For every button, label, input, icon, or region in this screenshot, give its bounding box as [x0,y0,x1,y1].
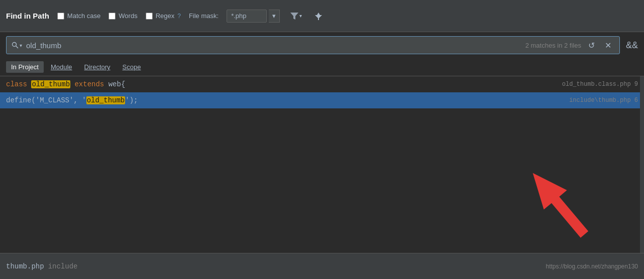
match-highlight-1: old_thumb [31,80,70,88]
search-box: ▾ 2 matches in 2 files ↺ ✕ [6,36,620,54]
match-case-checkbox-group[interactable]: Match case [57,12,100,20]
tab-directory[interactable]: Directory [79,61,116,73]
file-mask-label: File mask: [189,12,219,20]
result-suffix-2: '); [125,96,138,104]
svg-line-2 [16,46,19,49]
match-case-label: Match case [67,12,100,20]
bottom-filename: thumb.php [6,262,44,270]
svg-marker-0 [290,13,298,20]
tab-module[interactable]: Module [46,61,77,73]
and-replace-button[interactable]: && [626,40,638,51]
words-checkbox[interactable] [109,13,116,20]
search-type-button[interactable]: ▾ [12,42,22,49]
matches-count: 2 matches in 2 files [525,42,581,49]
bottom-bar: thumb.php include https://blog.csdn.net/… [0,253,644,279]
bottom-url: https://blog.csdn.net/zhangpen130 [546,263,638,270]
find-in-path-title: Find in Path [6,12,49,20]
results-container: class old_thumb extends web{ old_thumb.c… [0,76,644,279]
file-mask-container: ▾ [227,10,280,23]
result-prefix-2: define('M_CLASS', ' [6,96,86,104]
svg-marker-3 [521,163,596,244]
result-filename-2: include\thumb.php 6 [569,97,638,104]
pin-button[interactable] [312,10,325,23]
regex-checkbox-group[interactable]: Regex ? [146,12,181,20]
regex-label: Regex [156,12,175,20]
result-text-2: define('M_CLASS', 'old_thumb'); [6,96,569,104]
close-search-button[interactable]: ✕ [602,40,614,51]
match-case-checkbox[interactable] [57,13,64,20]
match-highlight-2: old_thumb [86,96,126,104]
filter-dropdown-arrow: ▾ [299,13,302,19]
scrollbar[interactable] [640,76,644,279]
refresh-button[interactable]: ↺ [585,40,598,51]
result-text-1: class old_thumb extends web{ [6,80,562,88]
table-row[interactable]: define('M_CLASS', 'old_thumb'); include\… [0,92,644,108]
table-row[interactable]: class old_thumb extends web{ old_thumb.c… [0,76,644,92]
filter-button[interactable]: ▾ [288,10,304,23]
scope-tabs: In Project Module Directory Scope [0,58,644,76]
tab-in-project[interactable]: In Project [6,61,44,73]
keyword-class: class [6,80,31,88]
keyword-extends: extends [70,80,109,88]
result-suffix-1: web{ [109,80,126,88]
words-label: Words [119,12,137,20]
regex-checkbox[interactable] [146,13,153,20]
toolbar: Find in Path Match case Words Regex ? Fi… [0,0,644,32]
search-icon [12,42,19,49]
filter-icon [290,12,299,21]
search-input[interactable] [26,41,521,50]
bottom-path: include [48,262,78,270]
file-mask-input[interactable] [227,10,267,23]
main-content: ▾ 2 matches in 2 files ↺ ✕ && In Project… [0,32,644,279]
file-mask-dropdown-button[interactable]: ▾ [269,10,280,23]
search-dropdown-arrow: ▾ [20,43,22,48]
words-checkbox-group[interactable]: Words [109,12,137,20]
result-filename-1: old_thumb.class.php 9 [562,81,638,88]
svg-point-1 [13,43,17,47]
search-bar-row: ▾ 2 matches in 2 files ↺ ✕ && [0,32,644,58]
pin-icon [314,12,323,21]
red-arrow-indicator [503,159,614,249]
tab-scope[interactable]: Scope [118,61,146,73]
regex-help-icon[interactable]: ? [177,13,181,20]
